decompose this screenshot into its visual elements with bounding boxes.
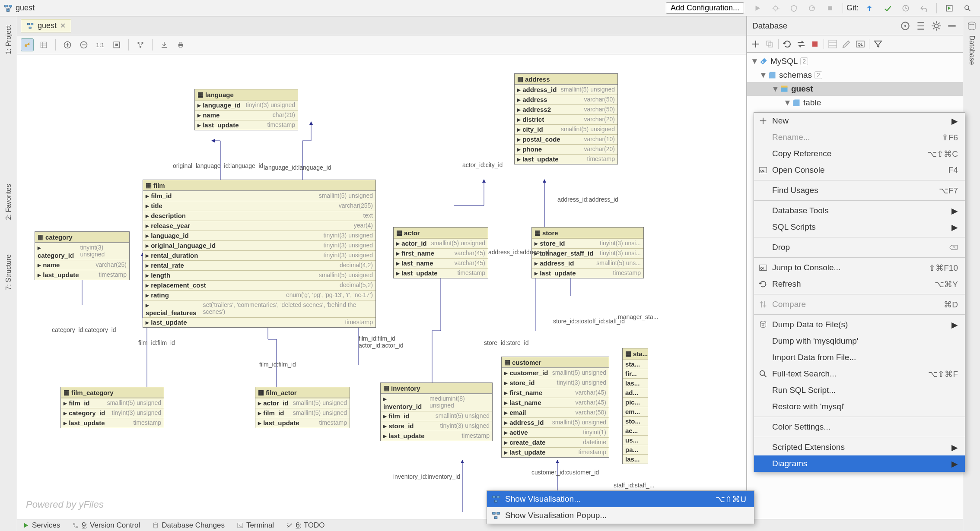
context-menu-item[interactable]: Drop bbox=[754, 239, 965, 256]
menu-item-icon bbox=[758, 369, 768, 379]
favorites-tool-tab[interactable]: 2: Favorites bbox=[5, 180, 13, 224]
context-menu-item[interactable]: Database Tools▶ bbox=[754, 202, 965, 219]
bottom-tool-tab[interactable]: 6: TODO bbox=[286, 521, 325, 530]
svg-rect-58 bbox=[494, 500, 497, 503]
rel-label: film_id:film_id actor_id:actor_id bbox=[359, 335, 404, 349]
git-history-icon[interactable] bbox=[900, 3, 911, 14]
zoom-in-icon[interactable] bbox=[61, 38, 74, 51]
editor-tab-guest[interactable]: guest ✕ bbox=[21, 19, 71, 32]
breadcrumb[interactable]: guest bbox=[16, 3, 35, 13]
refresh-icon[interactable] bbox=[782, 39, 792, 49]
fit-content-icon[interactable] bbox=[110, 38, 123, 51]
console-icon[interactable]: QL bbox=[855, 39, 865, 49]
svg-rect-24 bbox=[179, 46, 182, 47]
layout-icon[interactable] bbox=[134, 38, 147, 51]
search-everywhere-icon[interactable] bbox=[962, 3, 973, 14]
erd-column: ▸ last_updatetimestamp bbox=[255, 418, 350, 428]
edit-icon[interactable] bbox=[841, 39, 852, 49]
profile-icon[interactable] bbox=[806, 3, 818, 14]
table-view-icon[interactable] bbox=[827, 39, 838, 49]
context-menu-item[interactable]: Refresh⌥⌘Y bbox=[754, 276, 965, 292]
zoom-out-icon[interactable] bbox=[77, 38, 90, 51]
export-icon[interactable] bbox=[158, 38, 171, 51]
add-configuration-button[interactable]: Add Configuration... bbox=[666, 2, 744, 14]
bottom-tool-tab[interactable]: Services bbox=[22, 521, 60, 530]
erd-table-inventory[interactable]: ▦inventory ▸ inventory_idmediumint(8) un… bbox=[380, 382, 493, 441]
filter-icon[interactable] bbox=[873, 39, 883, 49]
submenu-item[interactable]: Show Visualisation Popup... bbox=[487, 507, 754, 524]
context-menu-item[interactable]: Find Usages⌥F7 bbox=[754, 182, 965, 199]
bottom-tool-tab[interactable]: Terminal bbox=[237, 521, 274, 530]
svg-rect-10 bbox=[27, 23, 29, 25]
context-menu-item[interactable]: Color Settings... bbox=[754, 419, 965, 435]
project-tool-tab[interactable]: 1: Project bbox=[5, 21, 13, 59]
erd-column: ▸ last_updatetimestamp bbox=[502, 447, 609, 457]
tree-datasource[interactable]: ▼ MySQL 2 bbox=[747, 54, 963, 68]
svg-point-3 bbox=[773, 6, 777, 10]
stop-refresh-icon[interactable] bbox=[810, 39, 820, 49]
git-update-icon[interactable] bbox=[864, 3, 875, 14]
context-menu-item[interactable]: Dump with 'mysqldump' bbox=[754, 333, 965, 349]
menu-item-icon bbox=[758, 386, 768, 395]
diagram-canvas[interactable]: ▦language ▸ language_idtinyint(3) unsign… bbox=[17, 54, 746, 519]
context-menu-item[interactable]: Scripted Extensions▶ bbox=[754, 439, 965, 455]
submenu-item[interactable]: Show Visualisation...⌥⇧⌘U bbox=[487, 491, 754, 507]
menu-item-icon bbox=[758, 116, 768, 126]
erd-table-language[interactable]: ▦language ▸ language_idtinyint(3) unsign… bbox=[194, 89, 298, 130]
context-menu-item[interactable]: New▶ bbox=[754, 113, 965, 129]
context-menu-item[interactable]: Diagrams▶ bbox=[754, 455, 965, 472]
zoom-reset-icon[interactable]: 1:1 bbox=[94, 38, 107, 51]
run-anything-icon[interactable] bbox=[944, 3, 955, 14]
context-menu-item[interactable]: Copy Reference⌥⇧⌘C bbox=[754, 145, 965, 162]
sync-icon[interactable] bbox=[796, 39, 806, 49]
duplicate-icon[interactable] bbox=[764, 39, 775, 49]
svg-rect-31 bbox=[829, 40, 837, 48]
context-menu-item[interactable]: Restore with 'mysql' bbox=[754, 398, 965, 415]
svg-rect-57 bbox=[497, 496, 500, 498]
erd-table-staff-stub[interactable]: ▦sta... sta... fir... las... ad... pic..… bbox=[622, 348, 648, 464]
context-menu-item[interactable]: SQL Scripts▶ bbox=[754, 219, 965, 235]
target-icon[interactable] bbox=[900, 20, 911, 32]
context-menu-item[interactable]: Run SQL Script... bbox=[754, 382, 965, 398]
key-columns-toggle[interactable] bbox=[21, 38, 34, 51]
erd-table-address[interactable]: ▦address ▸ address_idsmallint(5) unsigne… bbox=[514, 73, 618, 164]
erd-table-film-category[interactable]: ▦film_category ▸ film_idsmallint(5) unsi… bbox=[60, 387, 164, 428]
svg-rect-71 bbox=[238, 523, 243, 528]
svg-rect-18 bbox=[115, 44, 118, 46]
debug-icon[interactable] bbox=[770, 3, 781, 14]
erd-table-customer[interactable]: ▦customer ▸ customer_idsmallint(5) unsig… bbox=[501, 357, 609, 458]
context-menu-item[interactable]: QLJump to Console...⇧⌘F10 bbox=[754, 259, 965, 276]
erd-table-category[interactable]: ▦category ▸ category_idtinyint(3) unsign… bbox=[35, 231, 130, 280]
context-menu-item[interactable]: Import Data from File... bbox=[754, 349, 965, 366]
svg-point-27 bbox=[935, 24, 939, 28]
structure-tool-tab[interactable]: 7: Structure bbox=[5, 250, 13, 294]
tree-tables-folder[interactable]: ▼ table bbox=[747, 96, 963, 110]
stop-icon[interactable] bbox=[824, 3, 836, 14]
erd-table-film[interactable]: ▦film ▸ film_idsmallint(5) unsigned▸ tit… bbox=[143, 180, 376, 328]
database-tool-tab[interactable]: Database bbox=[968, 31, 976, 70]
context-menu-item[interactable]: QLOpen ConsoleF4 bbox=[754, 162, 965, 178]
git-rollback-icon[interactable] bbox=[918, 3, 929, 14]
hide-icon[interactable] bbox=[946, 20, 958, 32]
svg-point-34 bbox=[762, 61, 764, 63]
erd-table-actor[interactable]: ▦actor ▸ actor_idsmallint(5) unsigned▸ f… bbox=[393, 227, 488, 278]
svg-text:QL: QL bbox=[760, 266, 765, 270]
new-datasource-icon[interactable] bbox=[751, 39, 761, 49]
erd-table-film-actor[interactable]: ▦film_actor ▸ actor_idsmallint(5) unsign… bbox=[255, 387, 350, 428]
git-commit-icon[interactable] bbox=[882, 3, 893, 14]
print-icon[interactable] bbox=[174, 38, 187, 51]
context-menu-item[interactable]: Dump Data to File(s)▶ bbox=[754, 316, 965, 333]
run-icon[interactable] bbox=[752, 3, 763, 14]
tree-schemas[interactable]: ▼ schemas 2 bbox=[747, 68, 963, 82]
table-view-toggle[interactable] bbox=[37, 38, 50, 51]
bottom-tool-tab[interactable]: Database Changes bbox=[152, 521, 225, 530]
settings-icon[interactable] bbox=[931, 20, 942, 32]
collapse-all-icon[interactable] bbox=[915, 20, 926, 32]
svg-text:QL: QL bbox=[858, 42, 863, 47]
context-menu-item[interactable]: Full-text Search...⌥⇧⌘F bbox=[754, 366, 965, 382]
close-tab-icon[interactable]: ✕ bbox=[60, 22, 66, 30]
tree-schema-guest[interactable]: ▼ guest bbox=[747, 82, 963, 96]
coverage-icon[interactable] bbox=[788, 3, 799, 14]
erd-column: ▸ address_idsmallint(5) unsigned bbox=[515, 85, 617, 95]
bottom-tool-tab[interactable]: 9: Version Control bbox=[72, 521, 140, 530]
